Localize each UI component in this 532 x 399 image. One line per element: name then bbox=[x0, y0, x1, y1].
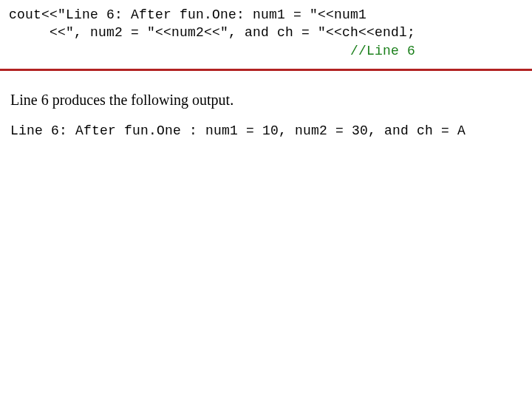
code-line-2: <<", num2 = "<<num2<<", and ch = "<<ch<<… bbox=[9, 25, 415, 40]
code-block: cout<<"Line 6: After fun.One: num1 = "<<… bbox=[0, 0, 532, 64]
code-line-1: cout<<"Line 6: After fun.One: num1 = "<<… bbox=[9, 7, 366, 22]
output-line: Line 6: After fun.One : num1 = 10, num2 … bbox=[0, 116, 532, 138]
code-comment: //Line 6 bbox=[350, 44, 415, 58]
prose-text: Line 6 produces the following output. bbox=[0, 71, 532, 116]
code-line-3-pad bbox=[9, 44, 350, 58]
slide: cout<<"Line 6: After fun.One: num1 = "<<… bbox=[0, 0, 532, 399]
